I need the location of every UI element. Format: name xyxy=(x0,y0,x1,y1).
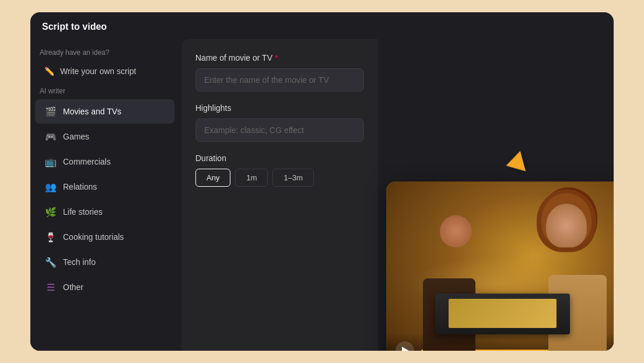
sidebar-item-tech-label: Tech info xyxy=(63,257,96,267)
sidebar-item-life-stories[interactable]: 🌿 Life stories xyxy=(35,200,174,224)
pencil-icon: ✏️ xyxy=(44,67,54,76)
games-icon: 🎮 xyxy=(44,130,57,143)
movies-icon: 🎬 xyxy=(44,105,57,118)
movie-name-group: Name of movie or TV * xyxy=(195,53,364,92)
other-icon: ☰ xyxy=(44,281,57,294)
sidebar: Already have an idea? ✏️ Write your own … xyxy=(30,39,179,351)
sidebar-item-tech[interactable]: 🔧 Tech info xyxy=(35,250,174,274)
sidebar-item-commercials[interactable]: 📺 Commercials xyxy=(35,149,174,174)
sidebar-item-movies-label: Movies and TVs xyxy=(63,107,121,116)
duration-group: Duration Any 1m 1–3m xyxy=(195,153,364,187)
sidebar-item-relations-label: Relations xyxy=(63,182,97,191)
commercials-icon: 📺 xyxy=(44,155,57,168)
sidebar-item-life-stories-label: Life stories xyxy=(63,207,103,217)
life-stories-icon: 🌿 xyxy=(44,205,57,218)
video-card xyxy=(386,182,614,351)
tech-icon: 🔧 xyxy=(44,256,57,268)
highlights-input[interactable] xyxy=(195,118,364,142)
duration-any-button[interactable]: Any xyxy=(195,169,230,187)
highlights-label: Highlights xyxy=(195,103,364,113)
sidebar-item-other[interactable]: ☰ Other xyxy=(35,275,174,299)
sidebar-item-movies[interactable]: 🎬 Movies and TVs xyxy=(35,99,174,124)
cooking-icon: 🍷 xyxy=(44,231,57,243)
write-own-script-item[interactable]: ✏️ Write your own script xyxy=(35,61,174,82)
play-icon xyxy=(402,347,409,351)
duration-label: Duration xyxy=(195,153,364,163)
main-content: Already have an idea? ✏️ Write your own … xyxy=(30,39,614,351)
app-window: Script to video Already have an idea? ✏️… xyxy=(30,12,614,351)
sidebar-item-commercials-label: Commercials xyxy=(63,157,111,166)
already-have-idea-label: Already have an idea? xyxy=(30,44,179,60)
sidebar-item-other-label: Other xyxy=(63,282,83,292)
sidebar-item-cooking-label: Cooking tutorials xyxy=(63,232,124,242)
duration-1-3m-button[interactable]: 1–3m xyxy=(272,169,314,187)
movie-name-input[interactable] xyxy=(195,68,364,92)
center-panel: Name of movie or TV * Highlights Duratio… xyxy=(181,39,378,351)
relations-icon: 👥 xyxy=(44,180,57,193)
window-title: Script to video xyxy=(42,22,107,32)
write-own-script-label: Write your own script xyxy=(60,67,136,76)
duration-1m-button[interactable]: 1m xyxy=(235,169,268,187)
cursor-arrow-icon xyxy=(503,151,526,176)
duration-options: Any 1m 1–3m xyxy=(195,169,364,187)
couple-image xyxy=(386,182,614,351)
sidebar-item-cooking[interactable]: 🍷 Cooking tutorials xyxy=(35,225,174,249)
ai-writer-label: AI writer xyxy=(30,82,179,99)
video-thumbnail xyxy=(386,182,614,351)
required-star: * xyxy=(275,53,278,62)
sidebar-item-games-label: Games xyxy=(63,132,89,141)
sidebar-item-games[interactable]: 🎮 Games xyxy=(35,124,174,149)
sidebar-item-relations[interactable]: 👥 Relations xyxy=(35,174,174,199)
highlights-group: Highlights xyxy=(195,103,364,142)
right-panel xyxy=(380,39,614,351)
play-button[interactable] xyxy=(396,341,414,351)
movie-name-label: Name of movie or TV * xyxy=(195,53,364,62)
title-bar: Script to video xyxy=(30,12,614,39)
